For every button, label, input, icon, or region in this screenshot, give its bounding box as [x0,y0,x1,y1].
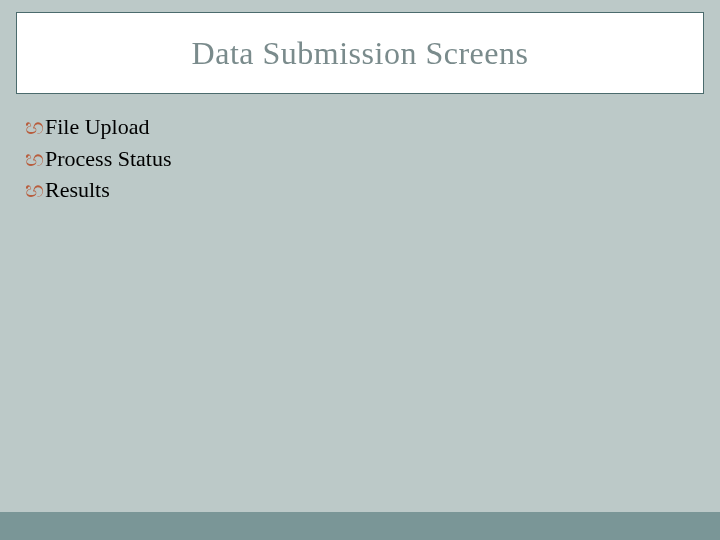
bullet-label: Results [45,175,110,205]
bullet-list: හ File Upload හ Process Status හ Results [26,112,694,207]
squiggle-bullet-icon: හ [25,177,44,203]
bullet-label: File Upload [45,112,150,142]
bullet-label: Process Status [45,144,172,174]
squiggle-bullet-icon: හ [25,146,44,172]
slide: Data Submission Screens හ File Upload හ … [0,0,720,540]
list-item: හ Results [26,175,694,205]
footer-bar [0,512,720,540]
squiggle-bullet-icon: හ [25,114,44,140]
slide-title: Data Submission Screens [192,35,529,72]
title-container: Data Submission Screens [16,12,704,94]
list-item: හ File Upload [26,112,694,142]
list-item: හ Process Status [26,144,694,174]
